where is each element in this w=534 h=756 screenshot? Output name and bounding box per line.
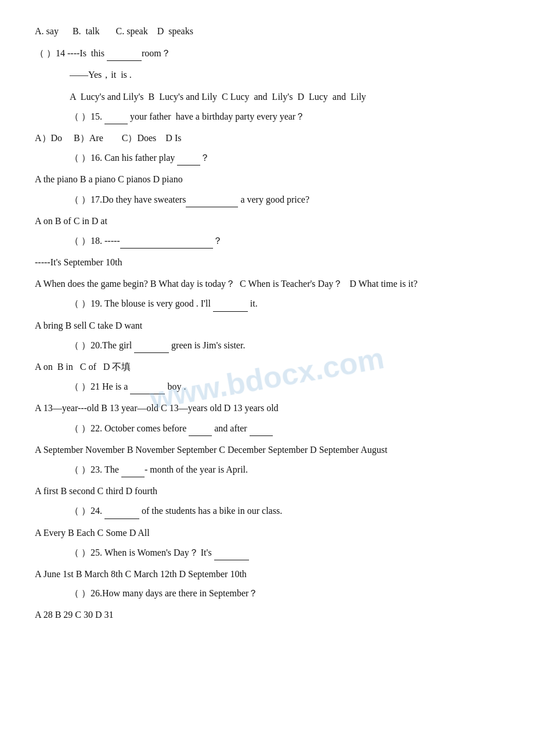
q23-options: A first B second C third D fourth <box>35 483 499 499</box>
q20-question: （ ）20.The girl green is Jim's sister. <box>35 337 499 353</box>
q19-question: （ ）19. The blouse is very good . I'll it… <box>35 295 499 311</box>
q25-options: A June 1st B March 8th C March 12th D Se… <box>35 566 499 582</box>
q17-question: （ ）17.Do they have sweaters a very good … <box>35 191 499 207</box>
q14-question: （ ）14 ----Is this room？ <box>35 45 499 61</box>
q21-question: （ ）21 He is a boy . <box>35 378 499 394</box>
q25-blank <box>214 544 249 560</box>
q23-question: （ ）23. The - month of the year is April. <box>35 461 499 477</box>
q16-question: （ ）16. Can his father play ？ <box>35 149 499 165</box>
q21-blank <box>130 378 165 394</box>
q22-blank1 <box>189 420 212 436</box>
q18-options: A When does the game begin? B What day i… <box>35 276 499 291</box>
q18-question: （ ）18. ----- ？ <box>35 232 499 249</box>
q21-options: A 13—year---old B 13 year—old C 13—years… <box>35 400 499 416</box>
q22-options: A September November B November Septembe… <box>35 442 499 458</box>
content-area: A. say B. talk C. speak D speaks （ ）14 -… <box>35 23 499 622</box>
q14-blank <box>107 45 142 61</box>
q23-blank <box>121 461 145 477</box>
q16-options: A the piano B a piano C pianos D piano <box>35 171 499 187</box>
q22-question: （ ）22. October comes before and after <box>35 420 499 436</box>
q14-answer: ——Yes，it is . <box>35 67 499 82</box>
q24-options: A Every B Each C Some D All <box>35 525 499 541</box>
q22-blank2 <box>250 420 273 436</box>
q17-options: A on B of C in D at <box>35 213 499 229</box>
q19-blank <box>213 295 248 311</box>
q14-options: A Lucy's and Lily's B Lucy's and Lily C … <box>35 89 499 105</box>
q13-options: A. say B. talk C. speak D speaks <box>35 23 499 39</box>
q26-question: （ ）26.How many days are there in Septemb… <box>35 585 499 601</box>
q15-options: A）Do B）Are C）Does D Is <box>35 130 499 146</box>
q17-blank <box>186 191 238 207</box>
q15-question: （ ）15. your father have a birthday party… <box>35 108 499 124</box>
q24-blank <box>104 502 139 519</box>
q18-blank <box>120 232 213 249</box>
q19-options: A bring B sell C take D want <box>35 318 499 333</box>
q20-options: A on B in C of D 不填 <box>35 359 499 375</box>
q20-blank <box>134 337 169 353</box>
q15-blank <box>104 108 128 124</box>
q25-question: （ ）25. When is Women's Day？ It's <box>35 544 499 560</box>
q18-answer: -----It's September 10th <box>35 254 499 270</box>
q26-options: A 28 B 29 C 30 D 31 <box>35 607 499 622</box>
q16-blank <box>177 149 200 165</box>
q24-question: （ ）24. of the students has a bike in our… <box>35 502 499 519</box>
